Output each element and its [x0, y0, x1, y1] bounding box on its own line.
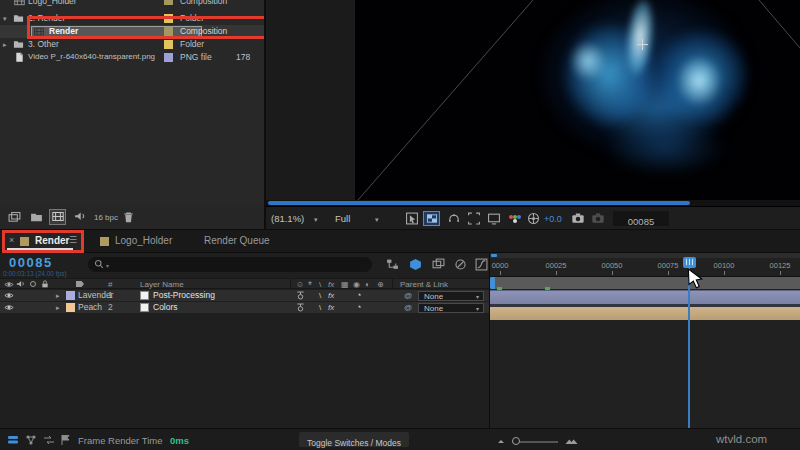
color-depth-button[interactable]: 16 bpc [94, 212, 118, 224]
playhead-line[interactable] [688, 268, 690, 428]
collapse-switch-icon[interactable] [295, 302, 306, 313]
hide-shy-layers-icon[interactable] [432, 258, 445, 271]
new-folder-icon[interactable] [30, 211, 43, 224]
disclosure-expanded-icon[interactable]: ▾ [3, 13, 7, 24]
label-color-name[interactable]: Peach [78, 301, 102, 313]
divider-vertical-project-comp[interactable] [264, 0, 266, 230]
layer-row-colors[interactable]: ▸ Peach 2 Colors \ fx ◔ @ None ▾ [0, 302, 490, 313]
parent-link-column-header[interactable]: Parent & Link [400, 280, 448, 289]
viewer-hscrollbar-thumb[interactable] [268, 201, 690, 205]
project-row-folder-render[interactable]: ▾ 2. Render Folder [0, 12, 265, 25]
mask-visibility-icon[interactable] [447, 212, 461, 225]
transparency-grid-button[interactable] [423, 211, 440, 226]
navigator-handle[interactable] [491, 254, 497, 257]
motion-blur-switch[interactable]: ◔ [356, 302, 361, 313]
effect-switch[interactable]: fx [328, 290, 334, 301]
tab-render-queue[interactable]: Render Queue [196, 231, 286, 252]
audio-column-speaker-icon[interactable] [16, 279, 26, 289]
label-color-chip[interactable] [164, 53, 173, 62]
layer-name[interactable]: Colors [153, 301, 178, 313]
video-column-eye-icon[interactable] [4, 280, 14, 289]
exposure-value[interactable]: +0.0 [544, 214, 562, 224]
twirl-icon[interactable]: ▸ [56, 302, 60, 313]
motion-blur-switch-icon[interactable]: ◉ [353, 279, 360, 290]
interpret-footage-icon[interactable] [8, 211, 21, 224]
current-frame-field[interactable]: 00085 [613, 211, 669, 226]
toggle-switches-modes-button[interactable]: Toggle Switches / Modes [299, 432, 409, 447]
frame-blending-icon[interactable] [454, 258, 467, 271]
composition-viewport[interactable] [355, 0, 800, 200]
zoom-out-mountain-icon[interactable] [496, 435, 506, 445]
shy-switch-icon[interactable]: ☺ [296, 279, 304, 290]
adjustment-layer-switch-icon[interactable]: ◐ [365, 279, 370, 290]
layer-bar-colors[interactable] [490, 307, 800, 320]
resolution-dropdown[interactable]: Full [335, 213, 350, 224]
work-area-bar[interactable] [490, 277, 800, 289]
solo-column-icon[interactable] [28, 279, 38, 289]
pickwhip-icon[interactable]: @ [404, 302, 412, 313]
flag-icon[interactable] [60, 434, 72, 446]
3d-layer-switch-icon[interactable]: ⊕ [377, 279, 384, 290]
graph-editor-icon[interactable] [475, 258, 488, 271]
timecode-frames[interactable]: 00085 [9, 255, 53, 270]
snapshot-camera-icon[interactable] [571, 212, 585, 225]
layer-name[interactable]: Post-Processing [153, 289, 215, 301]
new-composition-button[interactable] [49, 209, 66, 225]
parent-dropdown[interactable]: None ▾ [418, 291, 484, 301]
label-color-chip[interactable] [66, 303, 75, 312]
eye-icon[interactable] [4, 303, 14, 312]
label-color-chip[interactable] [66, 291, 75, 300]
project-settings-icon[interactable] [74, 211, 87, 224]
lock-column-icon[interactable] [40, 279, 50, 289]
project-row-render-selected[interactable]: Render Composition [0, 25, 265, 38]
number-column-header[interactable]: # [108, 280, 112, 289]
trash-icon[interactable] [122, 211, 135, 224]
motion-blur-switch[interactable]: ◔ [356, 290, 361, 301]
collapse-switch-icon[interactable] [295, 290, 306, 301]
label-color-chip[interactable] [164, 27, 173, 36]
eye-icon[interactable] [4, 291, 14, 300]
time-ruler[interactable]: 0000 00025 00050 00075 00100 00125 [490, 258, 800, 277]
chevron-down-icon[interactable]: ▾ [375, 214, 379, 225]
effect-switch[interactable]: fx [328, 302, 334, 313]
quality-switch[interactable]: \ [319, 290, 321, 301]
region-of-interest-icon[interactable] [467, 212, 481, 225]
proportional-grid-icon[interactable] [487, 212, 501, 225]
show-snapshot-icon[interactable] [591, 212, 605, 225]
chevron-down-icon[interactable]: ▾ [314, 214, 318, 225]
data-flow-icon[interactable] [43, 434, 55, 446]
rename-field[interactable]: Render [31, 26, 202, 37]
close-icon[interactable]: × [9, 235, 14, 246]
parent-dropdown[interactable]: None ▾ [418, 303, 484, 313]
project-row-folder-other[interactable]: ▸ 3. Other Folder [0, 38, 265, 51]
track-empty-area[interactable] [490, 320, 800, 428]
zoom-in-mountains-icon[interactable] [565, 434, 578, 445]
layer-row-post-processing[interactable]: ▸ Lavender 1 Post-Processing \ fx ◔ @ No… [0, 290, 490, 301]
tab-logo-holder[interactable]: Logo_Holder [94, 231, 189, 252]
network-status-icon[interactable] [25, 434, 37, 446]
playhead-handle[interactable] [683, 257, 696, 268]
disclosure-collapsed-icon[interactable]: ▸ [3, 39, 7, 50]
grid-guides-options-icon[interactable] [405, 212, 419, 225]
quality-switch-icon[interactable]: \ [319, 279, 321, 290]
label-color-chip[interactable] [164, 14, 173, 23]
tab-render[interactable]: × Render ☰ [3, 231, 82, 252]
panel-menu-icon[interactable]: ☰ [69, 235, 77, 246]
label-color-chip[interactable] [164, 0, 173, 5]
render-status-icon[interactable] [7, 434, 19, 446]
current-time-display[interactable]: 00085 0:00:03:13 (24.00 fps) [0, 253, 86, 278]
exposure-icon[interactable] [527, 212, 540, 225]
quality-switch[interactable]: \ [319, 302, 321, 313]
search-options-caret-icon[interactable]: ▾ [106, 261, 109, 272]
channel-selector-icon[interactable] [509, 215, 521, 223]
project-row-partial[interactable]: Logo_Holder Composition [0, 0, 265, 7]
timeline-zoom-slider-knob[interactable] [512, 437, 520, 445]
layer-bar-post-processing[interactable] [490, 290, 800, 304]
layer-name-column-header[interactable]: Layer Name [140, 280, 184, 289]
anchor-point-crosshair[interactable] [637, 39, 648, 50]
divider-vertical-timeline[interactable] [489, 253, 490, 428]
effect-switch-icon[interactable]: fx [328, 279, 334, 290]
frame-blend-switch-icon[interactable]: ▦ [341, 279, 349, 290]
magnification-dropdown[interactable]: (81.1%) [271, 213, 304, 224]
label-column-tag-icon[interactable] [76, 281, 84, 287]
